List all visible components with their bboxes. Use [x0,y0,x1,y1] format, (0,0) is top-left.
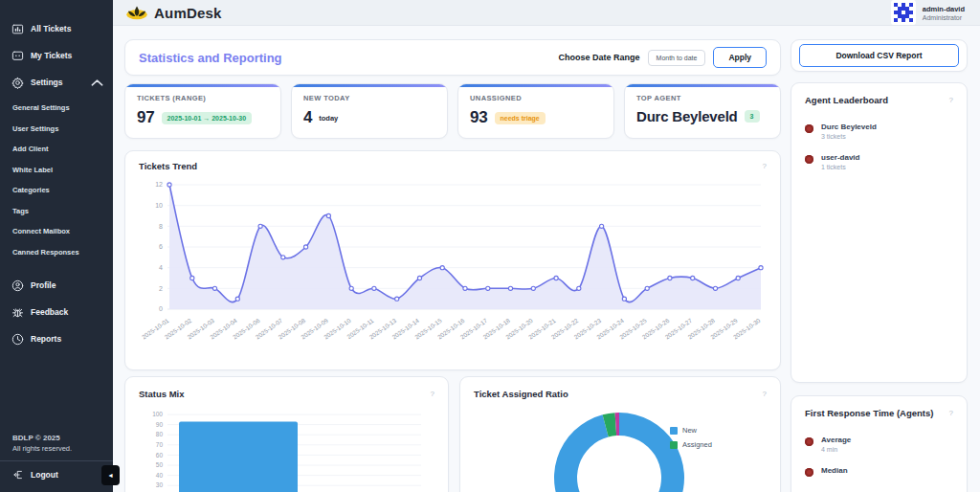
sidebar-item-settings[interactable]: Settings [0,69,113,96]
sidebar-item-profile[interactable]: Profile [0,272,113,299]
sidebar-footer: BDLP © 2025 All rights reserved. Logout [0,434,113,492]
svg-text:2: 2 [159,285,163,292]
sidebar-item-my-tickets[interactable]: My Tickets [0,42,113,69]
agent-leaderboard-card: Agent Leaderboard ? Durc Beyleveld3 tick… [791,82,968,383]
legend-item-new[interactable]: New [670,426,712,435]
stat-badge: 3 [745,110,760,123]
help-icon[interactable]: ? [763,390,767,398]
stat-label: TICKETS (RANGE) [137,94,269,102]
main-area: AumDesk admin-david Administrator Statis… [113,0,980,492]
right-column: Download CSV Report Agent Leaderboard ? … [791,39,968,492]
sidebar-nav: All TicketsMy TicketsSettingsGeneral Set… [0,15,113,266]
date-range-select[interactable]: Month to date [648,50,706,66]
sidebar-item-all-tickets[interactable]: All Tickets [0,15,113,42]
user-menu[interactable]: admin-david Administrator [891,0,965,25]
svg-text:50: 50 [156,461,164,468]
assigned-ratio-title: Ticket Assigned Ratio [474,389,568,399]
svg-text:30: 30 [156,481,164,488]
list-item-user-david: user-david1 tickets [805,153,953,170]
chart-legend: NewAssigned [670,426,712,455]
logout-icon [12,469,24,481]
legend-label: New [682,426,697,435]
person-icon [11,280,24,292]
svg-text:12: 12 [155,181,163,188]
sidebar-subitem-general-settings[interactable]: General Settings [0,98,113,119]
sidebar-item-feedback[interactable]: Feedback [0,299,113,325]
sidebar-collapse-button[interactable]: ◂ [101,465,120,485]
stat-label: NEW TODAY [303,94,435,102]
bar-chart-icon [11,23,24,35]
sidebar-item-label: My Tickets [31,51,72,60]
logout-button[interactable]: Logout [0,460,113,492]
sidebar-item-label: Feedback [31,307,68,317]
svg-text:90: 90 [156,421,164,428]
stat-badge: 2025-10-01 → 2025-10-30 [162,112,253,124]
sidebar-subitem-connect-mailbox[interactable]: Connect Mailbox [0,221,113,242]
stat-accent-bar [458,84,613,87]
agent-dot-avatar [805,155,813,164]
clock-icon [11,333,24,346]
item-detail: 3 tickets [821,133,877,140]
stat-card-new-today: NEW TODAY4today [291,83,448,139]
topbar: AumDesk admin-david Administrator [113,0,980,26]
app-name: AumDesk [154,5,222,21]
copyright-text: BDLP © 2025 [0,434,113,442]
agent-leaderboard-list: Durc Beyleveld3 ticketsuser-david1 ticke… [805,123,953,170]
svg-text:4: 4 [159,264,163,271]
assigned-ratio-body: NewAssigned [474,399,767,492]
agent-dot-avatar [805,124,813,133]
logout-label: Logout [31,470,58,480]
help-icon[interactable]: ? [763,162,767,170]
item-detail: 4 min [821,446,851,453]
sidebar-subitem-white-label[interactable]: White Label [0,160,113,181]
chat-icon [11,50,24,62]
tickets-trend-chart[interactable]: 0246810122025-10-012025-10-022025-10-032… [139,175,768,355]
sidebar-item-label: Profile [31,280,56,290]
apply-button[interactable]: Apply [713,47,767,68]
assigned-ratio-card: Ticket Assigned Ratio ? NewAssigned [459,376,781,492]
svg-text:6: 6 [159,243,163,250]
help-icon[interactable]: ? [949,409,953,417]
item-name: Median [821,466,848,475]
list-item-durc-beyleveld: Durc Beyleveld3 tickets [805,123,953,140]
sidebar-item-reports[interactable]: Reports [0,325,113,352]
help-icon[interactable]: ? [949,96,953,104]
bug-icon [11,306,24,319]
status-mix-card: Status Mix ? 1009080706050403020100 [124,376,449,492]
sidebar-subitem-add-client[interactable]: Add Client [0,139,113,160]
chevron-up-icon [91,77,103,89]
item-name: Durc Beyleveld [821,123,877,131]
help-icon[interactable]: ? [431,390,434,398]
collapse-arrow-icon: ◂ [108,472,112,480]
sidebar-subitem-tags[interactable]: Tags [0,201,113,222]
stat-badge: needs triage [495,112,546,124]
date-range-label: Choose Date Range [559,53,640,62]
sidebar-item-label: Settings [31,78,63,87]
status-mix-chart[interactable]: 1009080706050403020100 [139,409,434,492]
stat-label: UNASSIGNED [470,94,602,102]
sidebar-subitem-user-settings[interactable]: User Settings [0,119,113,140]
stat-card-tickets-range: TICKETS (RANGE)972025-10-01 → 2025-10-30 [124,83,281,139]
list-item-average: Average4 min [805,436,953,453]
svg-text:80: 80 [156,431,164,437]
svg-text:60: 60 [156,452,164,458]
content: Statistics and Reporting Choose Date Ran… [113,26,980,492]
stat-value: Durc Beyleveld [636,108,738,124]
item-name: Average [821,436,851,444]
svg-text:40: 40 [156,472,164,479]
stat-accent-bar [125,84,280,87]
legend-swatch [670,441,678,449]
stat-label: TOP AGENT [636,94,768,102]
legend-swatch [670,427,678,435]
stat-accent-bar [292,84,447,87]
user-role: Administrator [923,14,965,21]
lotus-logo-icon [125,5,148,20]
left-column: Statistics and Reporting Choose Date Ran… [124,39,781,492]
stat-value: 4 [303,108,312,127]
sidebar-subitem-canned-responses[interactable]: Canned Responses [0,242,113,263]
agent-dot-avatar [805,468,813,477]
sidebar-subitem-categories[interactable]: Categories [0,180,113,201]
app-logo[interactable]: AumDesk [125,5,222,21]
download-csv-button[interactable]: Download CSV Report [799,44,959,67]
legend-item-assigned[interactable]: Assigned [670,440,712,449]
